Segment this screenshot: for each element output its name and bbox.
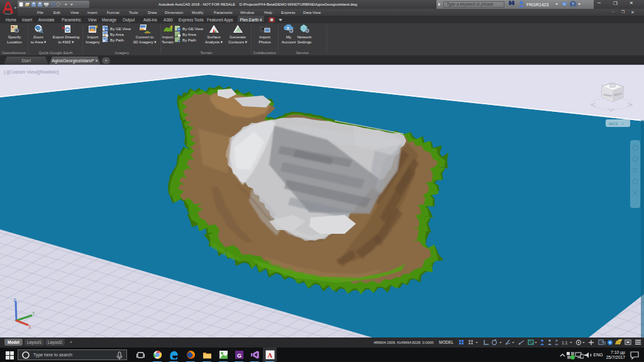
- svg-text:WCS: WCS: [609, 121, 618, 126]
- svg-text:[-][Custom View][Realistic]: [-][Custom View][Realistic]: [4, 69, 58, 75]
- svg-text:Z: Z: [14, 298, 17, 302]
- svg-text:?: ?: [572, 1, 574, 7]
- svg-text:1:1: 1:1: [562, 341, 568, 345]
- svg-text:G: G: [237, 353, 242, 359]
- svg-text:Y: Y: [32, 311, 35, 315]
- svg-text:X: X: [28, 325, 31, 329]
- svg-text:FRGR1423: FRGR1423: [526, 3, 549, 7]
- svg-text:A: A: [267, 351, 272, 359]
- svg-text:▾: ▾: [622, 122, 624, 126]
